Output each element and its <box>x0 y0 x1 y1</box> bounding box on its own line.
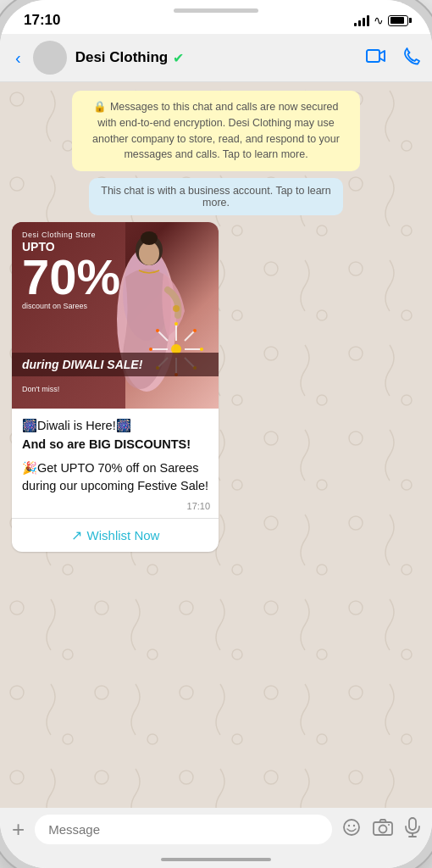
message-line-2: And so are BIG DISCOUNTS! <box>22 436 208 454</box>
phone-call-icon[interactable] <box>402 47 420 70</box>
wishlist-button[interactable]: ↗ Wishlist Now <box>12 519 219 552</box>
svg-point-26 <box>353 824 355 826</box>
verified-badge-icon: ✔ <box>173 50 184 66</box>
wifi-icon: ∿ <box>374 14 384 27</box>
svg-line-11 <box>158 331 168 341</box>
wishlist-label: Wishlist Now <box>87 528 160 542</box>
wishlist-icon: ↗ <box>71 527 82 543</box>
svg-point-20 <box>156 329 159 332</box>
contact-name-row: Desi Clothing ✔ <box>75 49 357 66</box>
mic-icon[interactable] <box>405 817 420 843</box>
banner-dont-miss: Don't miss! <box>22 385 59 393</box>
banner-diwali-text: during DIWALI SALE! <box>22 358 142 371</box>
banner-diwali-bar: during DIWALI SALE! <box>12 353 219 376</box>
notch-pill <box>174 8 258 13</box>
sticker-icon[interactable] <box>342 818 361 842</box>
svg-point-28 <box>379 825 387 832</box>
phone-shell: 17:10 ∿ ‹ Desi Clothing ✔ <box>0 0 432 868</box>
banner-image: Desi Clothing Store UPTO 70% discount on… <box>12 222 219 409</box>
svg-point-19 <box>200 348 203 351</box>
banner-store-name: Desi Clothing Store <box>22 231 120 239</box>
chat-area: 🔒 Messages to this chat and calls are no… <box>0 82 432 808</box>
battery-icon <box>388 15 408 26</box>
svg-point-22 <box>193 329 197 332</box>
chat-header: ‹ Desi Clothing ✔ <box>0 34 432 82</box>
contact-name: Desi Clothing <box>75 49 169 66</box>
avatar <box>33 41 67 75</box>
svg-rect-0 <box>367 50 379 62</box>
home-bar <box>161 858 271 861</box>
banner-percent: 70% <box>22 253 120 302</box>
status-icons: ∿ <box>354 14 408 27</box>
camera-icon[interactable] <box>373 819 393 841</box>
message-time: 17:10 <box>187 501 211 511</box>
message-line-1: 🎆Diwali is Here!🎆 <box>22 417 208 436</box>
message-line-3: 🎉Get UPTO 70% off on Sarees <box>22 459 208 478</box>
svg-rect-30 <box>409 818 416 830</box>
svg-point-4 <box>139 242 159 265</box>
svg-point-25 <box>348 824 350 826</box>
status-bar: 17:10 ∿ <box>0 0 432 34</box>
svg-point-29 <box>388 824 390 826</box>
svg-point-5 <box>141 231 158 245</box>
bubble-footer: 17:10 <box>12 499 219 518</box>
back-button[interactable]: ‹ <box>12 45 25 71</box>
svg-point-24 <box>344 820 359 835</box>
svg-line-13 <box>185 331 195 341</box>
bubble-text-content: 🎆Diwali is Here!🎆 And so are BIG DISCOUN… <box>12 409 219 499</box>
svg-point-16 <box>174 322 178 326</box>
svg-point-6 <box>173 305 180 312</box>
input-icons <box>342 817 420 843</box>
encryption-notice[interactable]: 🔒 Messages to this chat and calls are no… <box>72 91 360 171</box>
banner-content: Desi Clothing Store UPTO 70% discount on… <box>12 222 219 409</box>
message-line-4: during our upcoming Festive Sale! <box>22 477 208 496</box>
status-time: 17:10 <box>24 12 60 29</box>
contact-info: Desi Clothing ✔ <box>75 49 357 66</box>
banner-left: Desi Clothing Store UPTO 70% discount on… <box>22 231 120 310</box>
plus-button[interactable]: + <box>12 816 25 843</box>
signal-icon <box>354 14 369 26</box>
battery-fill <box>390 17 404 24</box>
business-notice[interactable]: This chat is with a business account. Ta… <box>89 178 343 215</box>
message-bubble: Desi Clothing Store UPTO 70% discount on… <box>12 222 219 552</box>
header-actions <box>366 47 420 70</box>
svg-point-18 <box>149 348 152 351</box>
message-input[interactable] <box>35 815 332 844</box>
video-call-icon[interactable] <box>366 48 386 68</box>
